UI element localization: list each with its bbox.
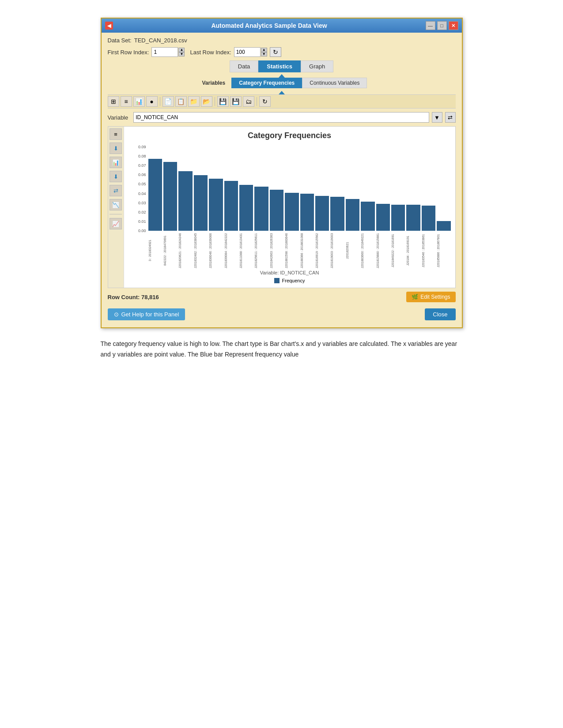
x-axis-label: J201842663 : 2018263631 <box>270 233 283 268</box>
bar <box>376 204 390 231</box>
variable-dropdown[interactable]: ▼ <box>432 112 442 123</box>
bar <box>406 205 420 231</box>
x-axis-label: J20184 : 2018169191 <box>406 233 420 268</box>
variable-input[interactable] <box>133 112 429 123</box>
bar <box>361 202 374 231</box>
last-row-up[interactable]: ▲ <box>261 48 267 52</box>
x-labels: 3 : 2018324921842222 : 2018470691J201820… <box>128 233 451 268</box>
chart-tool-7[interactable]: 📈 <box>110 218 122 229</box>
tab-statistics[interactable]: Statistics <box>258 60 301 72</box>
window-close-button[interactable]: ✕ <box>449 21 458 30</box>
bar-wrapper <box>194 145 208 231</box>
subtab-category-frequencies[interactable]: Category Frequencies <box>231 78 302 88</box>
close-button[interactable]: Close <box>425 308 455 320</box>
bar <box>437 221 450 231</box>
bottom-bar: ⊙ Get Help for this Panel Close <box>108 306 456 323</box>
x-axis-label: J20185886 : 201867801 <box>437 233 450 268</box>
bar <box>163 162 177 231</box>
refresh-button[interactable]: ↻ <box>270 47 281 57</box>
bar-wrapper <box>209 145 223 231</box>
bar <box>254 187 268 231</box>
tool-grid[interactable]: ⊞ <box>108 96 119 107</box>
tool-open[interactable]: 📁 <box>188 96 200 107</box>
tool-save-as[interactable]: 💾 <box>230 96 242 107</box>
bar <box>209 179 223 231</box>
y-axis-label: 0.04 <box>138 191 146 196</box>
chart-tool-5[interactable]: ⇄ <box>110 185 122 196</box>
toolbar-sep-3 <box>257 97 257 106</box>
first-row-label: First Row Index: <box>108 49 149 56</box>
bar-chart: 0.090.080.070.060.050.040.030.020.010.00 <box>128 145 451 233</box>
tab-data[interactable]: Data <box>230 60 258 72</box>
bar <box>270 190 283 231</box>
subtabs: Variables Category Frequencies Continuou… <box>108 78 456 88</box>
chart-legend: Frequency <box>128 278 451 283</box>
bar-wrapper <box>330 145 344 231</box>
subtab-triangle <box>279 91 285 94</box>
footer-row: Row Count: 78,816 🌿 Edit Settings <box>108 292 456 302</box>
bar-wrapper <box>270 145 283 231</box>
bar-wrapper <box>224 145 238 231</box>
chart-tool-4[interactable]: ⬇ <box>110 171 122 182</box>
x-axis-label: J201811088 : 2018134311 <box>239 233 253 268</box>
chart-container: ≡ ⬇ 📊 ⬇ ⇄ 📉 📈 Category Frequencies 0.090… <box>108 126 456 288</box>
last-row-label: Last Row Index: <box>190 49 231 56</box>
x-axis-label: J201815880 : 201815881 <box>376 233 390 268</box>
row-index-row: First Row Index: 1 ▲ ▼ Last Row Index: 1… <box>108 47 456 57</box>
x-axis-label: J20188366 : 2018831068 <box>300 233 314 268</box>
y-axis-label: 0.06 <box>138 173 146 177</box>
maximize-button[interactable]: □ <box>437 21 447 30</box>
tool-copy[interactable]: 📋 <box>175 96 187 107</box>
bar <box>330 197 344 231</box>
bar <box>315 196 329 231</box>
help-button[interactable]: ⊙ Get Help for this Panel <box>108 308 185 320</box>
tool-chart[interactable]: 📊 <box>133 96 145 107</box>
minimize-button[interactable]: — <box>426 21 435 30</box>
bar-wrapper <box>406 145 420 231</box>
first-row-down[interactable]: ▼ <box>178 52 185 56</box>
y-axis-label: 0.08 <box>138 154 146 158</box>
chart-tool-3[interactable]: 📊 <box>110 157 122 168</box>
tool-save[interactable]: 💾 <box>217 96 229 107</box>
last-row-down[interactable]: ▼ <box>261 52 267 56</box>
chart-tool-2[interactable]: ⬇ <box>110 143 122 154</box>
tool-folder[interactable]: 📂 <box>201 96 212 107</box>
first-row-spinner: ▲ ▼ <box>178 48 185 56</box>
bar <box>300 194 314 231</box>
bar-wrapper <box>148 145 162 231</box>
tool-circle[interactable]: ● <box>146 96 158 107</box>
first-row-up[interactable]: ▲ <box>178 48 185 52</box>
chart-sidebar-sep <box>110 214 122 214</box>
y-axis-label: 0.02 <box>138 210 146 214</box>
bar-wrapper <box>254 145 268 231</box>
tool-new[interactable]: 📄 <box>162 96 174 107</box>
last-row-input[interactable]: 100 <box>234 47 261 57</box>
legend-label: Frequency <box>282 278 305 283</box>
variable-refresh[interactable]: ⇄ <box>445 112 456 123</box>
tool-refresh[interactable]: ↻ <box>259 96 271 107</box>
tool-export[interactable]: 🗂 <box>243 96 254 107</box>
edit-settings-button[interactable]: 🌿 Edit Settings <box>406 292 455 302</box>
bar <box>422 206 435 231</box>
dataset-row: Data Set: TED_CAN_2018.csv <box>108 37 456 44</box>
x-axis-label: J201883660 : 201849221 <box>361 233 374 268</box>
edit-settings-icon: 🌿 <box>412 294 418 300</box>
last-row-spinner: ▲ ▼ <box>261 48 267 56</box>
bar-wrapper <box>361 145 374 231</box>
toolbar-sep-1 <box>160 97 160 106</box>
tab-graph[interactable]: Graph <box>301 60 333 72</box>
subtab-continuous-variables[interactable]: Continuous Variables <box>302 78 367 88</box>
bar-wrapper <box>346 145 359 231</box>
bar <box>194 175 208 231</box>
chart-tool-6[interactable]: 📉 <box>110 199 122 210</box>
variables-label: Variables <box>196 78 232 88</box>
chart-xlabel: Variable: ID_NOTICE_CAN <box>128 270 451 275</box>
chart-tool-1[interactable]: ≡ <box>110 128 122 140</box>
first-row-input[interactable]: 1 <box>151 47 178 57</box>
app-icon: ◀ <box>105 22 113 30</box>
dataset-value: TED_CAN_2018.csv <box>134 37 187 44</box>
x-axis-label: J201836046 : 201839066.4 <box>209 233 223 268</box>
x-axis-label: 3 : 2018324921 <box>148 233 162 268</box>
tool-list[interactable]: ≡ <box>121 96 132 107</box>
y-axis-label: 0.01 <box>138 219 146 224</box>
